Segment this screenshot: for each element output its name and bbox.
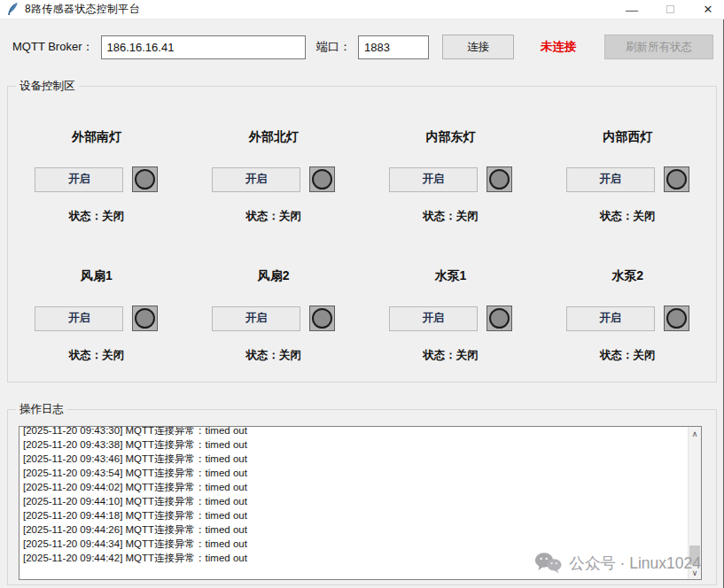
device-on-button[interactable]: 开启 [389,306,478,331]
log-entry: [2025-11-20 09:43:46] MQTT连接异常：timed out [23,452,697,466]
device-on-button[interactable]: 开启 [212,167,300,192]
device-status-indicator-icon [309,166,335,192]
log-entry: [2025-11-20 09:44:02] MQTT连接异常：timed out [23,480,697,494]
device-on-button[interactable]: 开启 [389,167,478,192]
wechat-icon [534,552,562,574]
device-name: 水泵2 [611,268,643,284]
device-status-indicator-icon [132,166,158,192]
device-status-indicator-icon [487,166,512,192]
log-entry: [2025-11-20 09:43:54] MQTT连接异常：timed out [23,466,697,480]
device-status-text: 状态：关闭 [600,348,656,363]
log-entry: [2025-11-20 09:44:26] MQTT连接异常：timed out [23,522,697,537]
device-panel: 水泵1 开启 状态：关闭 [362,268,540,363]
device-status-text: 状态：关闭 [423,209,479,224]
device-panel: 水泵2 开启 状态：关闭 [539,268,716,363]
device-status-text: 状态：关闭 [600,209,656,224]
device-status-text: 状态：关闭 [69,209,125,224]
broker-input[interactable] [101,35,306,59]
device-name: 水泵1 [434,268,466,284]
device-status-text: 状态：关闭 [245,209,301,224]
port-input[interactable] [358,35,429,59]
device-on-button[interactable]: 开启 [212,306,300,331]
log-group-title: 操作日志 [16,402,67,417]
device-panel: 内部东灯 开启 状态：关闭 [362,129,540,224]
device-panel: 内部西灯 开启 状态：关闭 [539,129,716,224]
device-panel: 外部北灯 开启 状态：关闭 [185,129,362,224]
log-entry: [2025-11-20 09:44:18] MQTT连接异常：timed out [23,508,697,522]
scroll-up-icon[interactable]: ∧ [689,427,701,440]
device-grid: 外部南灯 开启 状态：关闭 外部北灯 开启 状态：关闭 内部东灯 [8,87,716,363]
maximize-button[interactable] [663,3,677,17]
device-control-group: 设备控制区 外部南灯 开启 状态：关闭 外部北灯 开启 状态：关闭 [7,86,717,383]
device-name: 外部北灯 [249,129,299,145]
minimize-button[interactable]: — [625,3,639,17]
device-name: 风扇1 [81,268,113,284]
device-name: 风扇2 [258,268,290,284]
port-label: 端口： [316,39,351,55]
device-status-indicator-icon [309,306,335,331]
watermark: 公众号 · Linux1024 [534,552,701,574]
tk-feather-app-icon [7,3,19,16]
window-title: 8路传感器状态控制平台 [25,2,140,17]
refresh-all-button[interactable]: 刷新所有状态 [604,35,713,59]
device-name: 内部西灯 [603,129,652,145]
device-panel: 外部南灯 开启 状态：关闭 [8,129,185,224]
log-lines: [2025-11-20 09:43:30] MQTT连接异常：timed out… [19,426,701,565]
device-panel: 风扇1 开启 状态：关闭 [8,268,185,363]
device-on-button[interactable]: 开启 [566,306,655,331]
log-entry: [2025-11-20 09:44:34] MQTT连接异常：timed out [23,537,697,551]
device-on-button[interactable]: 开启 [35,306,123,331]
device-panel: 风扇2 开启 状态：关闭 [185,268,362,363]
device-on-button[interactable]: 开启 [35,167,123,192]
device-name: 外部南灯 [72,129,121,145]
log-entry: [2025-11-20 09:43:30] MQTT连接异常：timed out [23,426,697,437]
close-button[interactable]: ✕ [701,3,715,17]
watermark-text: 公众号 · Linux1024 [569,553,701,574]
maximize-icon [666,5,674,13]
device-name: 内部东灯 [425,129,475,145]
log-entry: [2025-11-20 09:43:38] MQTT连接异常：timed out [23,437,697,452]
device-status-indicator-icon [664,306,689,331]
device-status-indicator-icon [487,306,512,331]
connect-button[interactable]: 连接 [442,35,514,59]
broker-label: MQTT Broker： [12,39,94,55]
device-status-text: 状态：关闭 [69,348,125,363]
connection-status: 未连接 [527,39,589,55]
connection-toolbar: MQTT Broker： 端口： 连接 未连接 刷新所有状态 [12,34,713,60]
device-status-text: 状态：关闭 [423,348,479,363]
title-bar: 8路传感器状态控制平台 — ✕ [0,0,724,19]
device-status-text: 状态：关闭 [245,348,301,363]
device-group-title: 设备控制区 [16,79,79,94]
log-entry: [2025-11-20 09:44:10] MQTT连接异常：timed out [23,494,697,508]
device-on-button[interactable]: 开启 [566,167,655,192]
device-status-indicator-icon [664,166,689,192]
device-status-indicator-icon [132,306,158,331]
